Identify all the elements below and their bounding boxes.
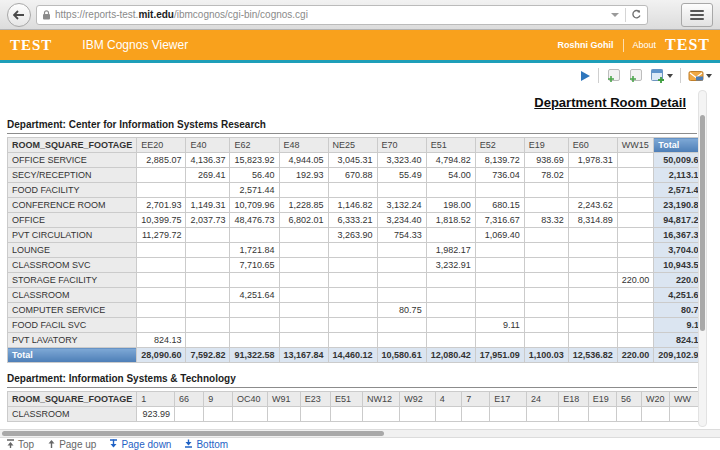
vertical-scrollbar[interactable] [698, 90, 707, 427]
value-cell [377, 243, 426, 258]
table-row: FOOD FACILITY2,571.442,571.44 [8, 183, 708, 198]
value-cell [186, 228, 230, 243]
horizontal-scrollbar[interactable] [0, 429, 720, 438]
url-dropdown-icon[interactable] [611, 13, 619, 17]
value-cell [377, 318, 426, 333]
app-title: IBM Cognos Viewer [82, 38, 188, 52]
value-cell [137, 258, 186, 273]
top-icon [6, 439, 15, 450]
column-header: E18 [559, 392, 589, 407]
value-cell [279, 243, 328, 258]
keep-version-icon[interactable] [688, 70, 712, 82]
row-label: STORAGE FACILITY [8, 273, 137, 288]
value-cell [137, 318, 186, 333]
value-cell [524, 258, 568, 273]
value-cell [186, 273, 230, 288]
value-cell [279, 318, 328, 333]
column-header: OC40 [232, 392, 267, 407]
value-cell [426, 333, 475, 348]
value-cell [559, 407, 589, 422]
value-cell [186, 183, 230, 198]
column-header: EE20 [137, 138, 186, 153]
column-header: E19 [524, 138, 568, 153]
value-cell [279, 303, 328, 318]
value-cell: 938.69 [524, 153, 568, 168]
value-cell [617, 318, 654, 333]
value-cell [186, 333, 230, 348]
viewer-toolbar [0, 63, 720, 88]
hamburger-icon [690, 10, 704, 20]
value-cell [186, 258, 230, 273]
browser-chrome: https://reports-test.mit.edu/ibmcognos/c… [0, 0, 720, 30]
table-row: PVT LAVATORY824.13824.13 [8, 333, 708, 348]
column-header: 1 [137, 392, 175, 407]
value-cell: 14,460.12 [328, 348, 377, 363]
value-cell [426, 183, 475, 198]
value-cell [435, 407, 461, 422]
about-link[interactable]: About [633, 40, 657, 50]
drill-down-icon[interactable] [606, 68, 621, 83]
pager-bottom-link[interactable]: Bottom [184, 439, 228, 450]
value-cell [617, 243, 654, 258]
toolbar-divider [680, 68, 681, 83]
value-cell [279, 228, 328, 243]
value-cell [186, 243, 230, 258]
value-cell: 4,794.82 [426, 153, 475, 168]
row-label: Total [8, 348, 137, 363]
reload-icon[interactable] [631, 9, 642, 20]
value-cell [137, 303, 186, 318]
url-divider [625, 8, 626, 22]
value-cell [524, 183, 568, 198]
browser-menu-button[interactable] [681, 3, 713, 27]
value-cell: 680.15 [475, 198, 524, 213]
value-cell: 2,571.44 [230, 183, 279, 198]
value-cell [524, 288, 568, 303]
value-cell: 4,251.64 [230, 288, 279, 303]
value-cell [137, 288, 186, 303]
value-cell [279, 258, 328, 273]
value-cell: 2,701.93 [137, 198, 186, 213]
value-cell [462, 407, 490, 422]
value-cell [328, 303, 377, 318]
value-cell [426, 273, 475, 288]
column-header: NW12 [363, 392, 400, 407]
user-name: Roshni Gohil [558, 40, 614, 50]
department-heading-2: Department: Information Systems & Techno… [7, 373, 697, 388]
value-cell [268, 407, 301, 422]
table-row: LOUNGE1,721.841,982.173,704.01 [8, 243, 708, 258]
value-cell: 2,243.62 [568, 198, 617, 213]
horizontal-scrollbar-thumb[interactable] [2, 431, 384, 436]
value-cell [568, 288, 617, 303]
pager-page-down-link[interactable]: Page down [109, 439, 171, 450]
column-header: E60 [568, 138, 617, 153]
value-cell: 54.00 [426, 168, 475, 183]
chevron-down-icon [667, 74, 673, 78]
value-cell [426, 288, 475, 303]
run-report-icon[interactable] [580, 70, 591, 82]
value-cell [426, 228, 475, 243]
value-cell [328, 288, 377, 303]
column-header: 9 [204, 392, 233, 407]
column-header: NE25 [328, 138, 377, 153]
value-cell: 1,721.84 [230, 243, 279, 258]
value-cell [475, 258, 524, 273]
vertical-scrollbar-thumb[interactable] [700, 115, 705, 331]
drill-up-icon[interactable] [628, 68, 643, 83]
chevron-down-icon [706, 74, 712, 78]
value-cell: 3,263.90 [328, 228, 377, 243]
value-cell: 6,333.21 [328, 213, 377, 228]
value-cell: 4,136.37 [186, 153, 230, 168]
pager-top-link: Top [6, 439, 34, 450]
value-cell: 220.00 [617, 273, 654, 288]
bottom-icon [184, 439, 193, 450]
back-button[interactable] [7, 3, 31, 27]
page-navigation: Top Page up Page down Bottom [0, 438, 720, 450]
table-row: STORAGE FACILITY220.00220.00 [8, 273, 708, 288]
address-bar[interactable]: https://reports-test.mit.edu/ibmcognos/c… [36, 5, 648, 25]
column-header: W92 [400, 392, 436, 407]
table-row: CLASSROOM SVC7,710.653,232.9110,943.56 [8, 258, 708, 273]
goto-links-icon[interactable] [650, 68, 673, 83]
room-square-footage-table-cisr: ROOM_SQUARE_FOOTAGEEE20E40E62E48NE25E70E… [7, 137, 707, 363]
value-cell: 10,580.61 [377, 348, 426, 363]
value-cell [524, 198, 568, 213]
